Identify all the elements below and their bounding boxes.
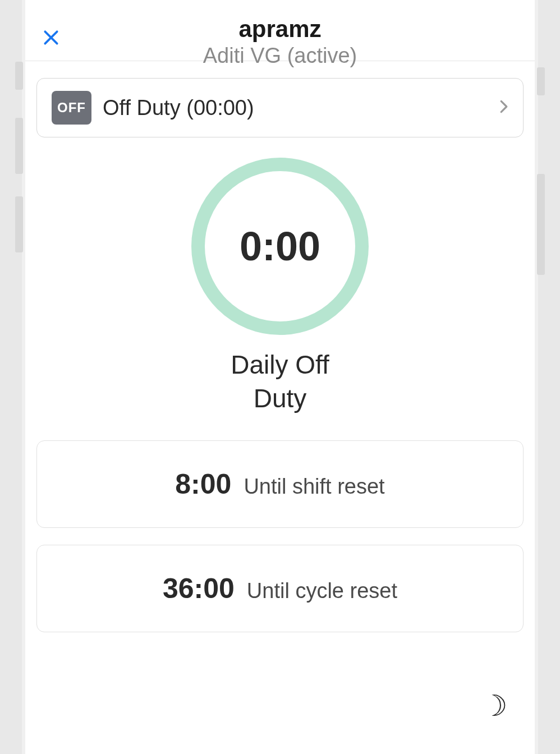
cycle-reset-card: 36:00 Until cycle reset: [36, 545, 524, 632]
dial-time-value: 0:00: [240, 223, 320, 269]
dial-label: Daily Off Duty: [207, 348, 353, 416]
time-dial: 0:00: [191, 158, 369, 335]
app-header: apramz Aditi VG (active): [25, 0, 535, 61]
close-icon[interactable]: [42, 26, 60, 50]
shift-reset-card: 8:00 Until shift reset: [36, 440, 524, 528]
shift-reset-label: Until shift reset: [244, 475, 384, 499]
duty-status-row[interactable]: OFF Off Duty (00:00): [36, 78, 524, 137]
dial-section: 0:00 Daily Off Duty: [36, 158, 524, 416]
cycle-reset-label: Until cycle reset: [247, 579, 397, 603]
moon-icon[interactable]: ☽: [481, 689, 508, 723]
off-badge: OFF: [52, 91, 91, 125]
shift-reset-time: 8:00: [175, 468, 231, 500]
duty-status-text: Off Duty (00:00): [103, 96, 499, 120]
chevron-right-icon: [499, 99, 508, 116]
cycle-reset-time: 36:00: [163, 572, 235, 605]
page-title: apramz: [25, 16, 535, 43]
